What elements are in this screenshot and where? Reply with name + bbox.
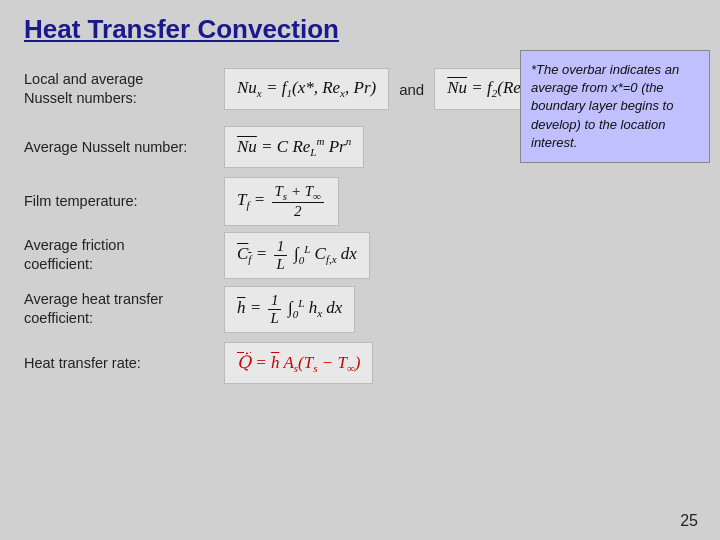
note-text: *The overbar indicates an average from x… — [531, 62, 679, 150]
label-local-nusselt: Local and averageNusselt numbers: — [24, 70, 224, 108]
row-film-temp: Film temperature: Tf = Ts + T∞ 2 — [24, 175, 696, 227]
label-film-temp: Film temperature: — [24, 192, 224, 211]
formula-avg-friction: Cf = 1 L ∫0L Cf,x dx — [224, 232, 370, 279]
label-avg-htc: Average heat transfercoefficient: — [24, 290, 224, 328]
formula-nux: Nux = f1(x*, Rex, Pr) — [224, 68, 389, 110]
and-text: and — [399, 81, 424, 98]
formula-film-temp: Tf = Ts + T∞ 2 — [224, 177, 339, 226]
slide-title: Heat Transfer Convection — [24, 14, 696, 45]
label-heat-rate: Heat transfer rate: — [24, 354, 224, 373]
label-avg-friction: Average frictioncoefficient: — [24, 236, 224, 274]
row-avg-friction: Average frictioncoefficient: Cf = 1 L ∫0… — [24, 229, 696, 281]
slide: Heat Transfer Convection Local and avera… — [0, 0, 720, 540]
row-heat-rate: Heat transfer rate: Q̇ = h As(Ts − T∞) — [24, 337, 696, 389]
page-number: 25 — [680, 512, 698, 530]
label-avg-nusselt: Average Nusselt number: — [24, 138, 224, 157]
formula-heat-rate: Q̇ = h As(Ts − T∞) — [224, 342, 373, 384]
formula-avg-nusselt: Nu = C ReLm Prn — [224, 126, 364, 168]
row-avg-htc: Average heat transfercoefficient: h = 1 … — [24, 283, 696, 335]
note-box: *The overbar indicates an average from x… — [520, 50, 710, 163]
formula-avg-htc: h = 1 L ∫0L hx dx — [224, 286, 355, 333]
